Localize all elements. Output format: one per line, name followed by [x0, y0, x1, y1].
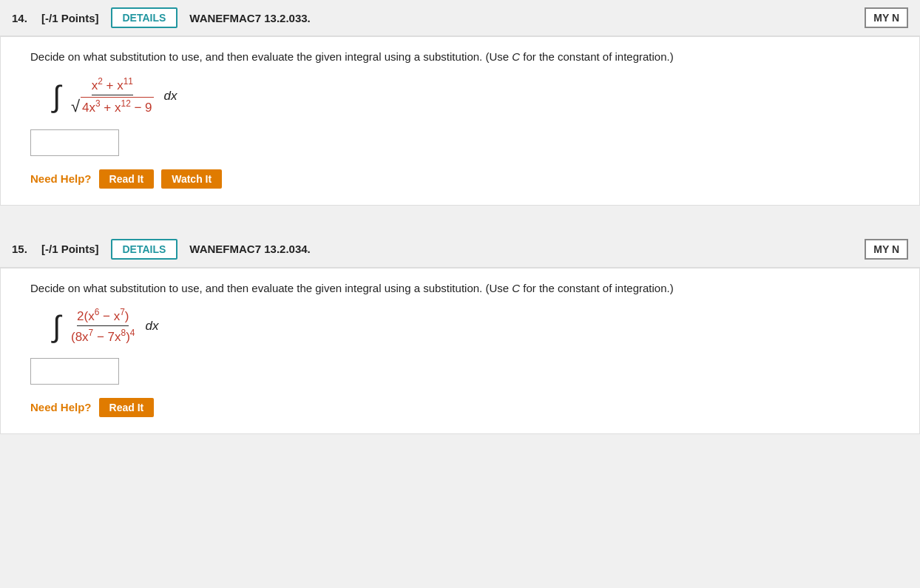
problem-14-read-it-button[interactable]: Read It: [99, 169, 155, 189]
problem-14-watch-it-button[interactable]: Watch It: [161, 169, 222, 189]
problem-14-answer-input[interactable]: [30, 129, 119, 156]
problem-15-integral: ∫ 2(x6 − x7) (8x7 − 7x8)4 dx: [53, 308, 897, 345]
problem-15: 15. [-/1 Points] DETAILS WANEFMAC7 13.2.…: [0, 232, 920, 434]
fraction-15: 2(x6 − x7) (8x7 − 7x8)4: [71, 308, 135, 345]
problem-14-need-help-label: Need Help?: [30, 172, 92, 185]
problem-14-myn-button[interactable]: MY N: [865, 7, 908, 28]
radicand-14: 4x3 + x12 − 9: [81, 97, 154, 115]
problem-15-code: WANEFMAC7 13.2.034.: [189, 243, 310, 255]
problem-14-code: WANEFMAC7 13.2.033.: [189, 12, 310, 24]
integral-sign-15: ∫: [53, 311, 61, 341]
problem-15-number: 15.: [12, 243, 34, 255]
problem-14-details-button[interactable]: DETAILS: [111, 7, 178, 28]
integral-sign-14: ∫: [53, 81, 61, 111]
problem-15-content: Decide on what substitution to use, and …: [0, 267, 920, 434]
problem-15-read-it-button[interactable]: Read It: [99, 398, 155, 417]
numerator-14: x2 + x11: [92, 76, 133, 95]
problem-15-header: 15. [-/1 Points] DETAILS WANEFMAC7 13.2.…: [0, 232, 920, 267]
problem-15-answer-input[interactable]: [30, 358, 119, 385]
problem-15-need-help-row: Need Help? Read It: [30, 398, 897, 417]
problem-14-need-help-row: Need Help? Read It Watch It: [30, 169, 897, 189]
problem-14-number: 14.: [12, 12, 34, 24]
problem-14-header: 14. [-/1 Points] DETAILS WANEFMAC7 13.2.…: [0, 0, 920, 36]
problem-14-content: Decide on what substitution to use, and …: [0, 36, 920, 206]
problem-14-points: [-/1 Points]: [41, 12, 99, 24]
sqrt-symbol-14: √: [71, 97, 80, 116]
problem-14: 14. [-/1 Points] DETAILS WANEFMAC7 13.2.…: [0, 0, 920, 206]
denominator-15: (8x7 − 7x8)4: [71, 326, 135, 345]
problem-15-details-button[interactable]: DETAILS: [111, 239, 178, 260]
problem-15-myn-button[interactable]: MY N: [865, 239, 908, 260]
problem-15-points: [-/1 Points]: [41, 243, 99, 255]
numerator-15: 2(x6 − x7): [77, 308, 129, 327]
dx-label-14: dx: [164, 89, 177, 104]
denominator-14: √ 4x3 + x12 − 9: [71, 95, 154, 116]
problem-14-integral: ∫ x2 + x11 √ 4x3 + x12 − 9 dx: [53, 76, 897, 116]
problem-15-instruction: Decide on what substitution to use, and …: [30, 282, 897, 294]
fraction-14: x2 + x11 √ 4x3 + x12 − 9: [71, 76, 154, 116]
problem-14-instruction: Decide on what substitution to use, and …: [30, 50, 897, 63]
dx-label-15: dx: [145, 319, 158, 334]
problem-15-need-help-label: Need Help?: [30, 401, 92, 413]
